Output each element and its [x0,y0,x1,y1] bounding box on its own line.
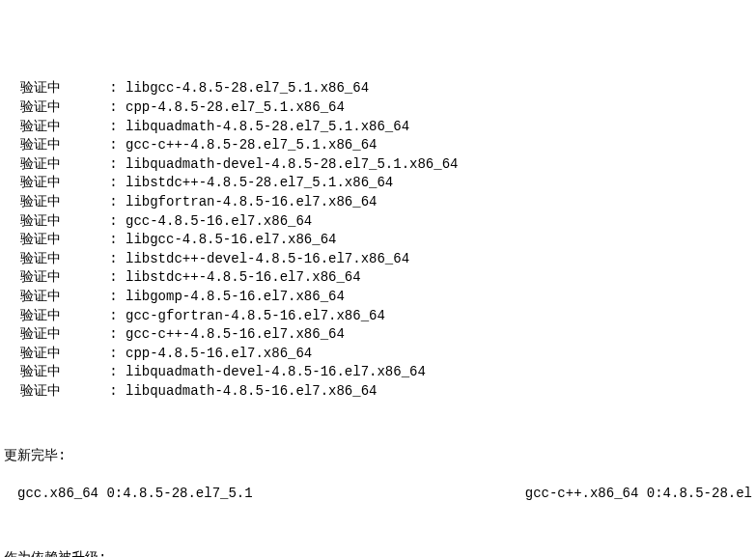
updated-row: gcc.x86_64 0:4.8.5-28.el7_5.1 gcc-c++.x8… [4,485,752,504]
verif-line: 验证中 : libgomp-4.8.5-16.el7.x86_64 [4,288,752,307]
verification-list: 验证中 : libgcc-4.8.5-28.el7_5.1.x86_64 验证中… [4,79,752,401]
verif-line: 验证中 : cpp-4.8.5-16.el7.x86_64 [4,345,752,364]
verif-line: 验证中 : libgcc-4.8.5-28.el7_5.1.x86_64 [4,79,752,98]
verif-line: 验证中 : libgfortran-4.8.5-16.el7.x86_64 [4,193,752,212]
updated-right: gcc-c++.x86_64 0:4.8.5-28.el [525,485,752,504]
verif-line: 验证中 : libquadmath-4.8.5-16.el7.x86_64 [4,382,752,402]
verif-line: 验证中 : libgcc-4.8.5-16.el7.x86_64 [4,231,752,250]
updated-left: gcc.x86_64 0:4.8.5-28.el7_5.1 [4,485,253,504]
verif-line: 验证中 : cpp-4.8.5-28.el7_5.1.x86_64 [4,98,752,118]
verif-line: 验证中 : gcc-gfortran-4.8.5-16.el7.x86_64 [4,307,752,326]
verif-line: 验证中 : gcc-c++-4.8.5-28.el7_5.1.x86_64 [4,136,752,155]
verif-line: 验证中 : libstdc++-4.8.5-16.el7.x86_64 [4,268,752,288]
verif-line: 验证中 : libquadmath-4.8.5-28.el7_5.1.x86_6… [4,118,752,137]
verif-line: 验证中 : gcc-c++-4.8.5-16.el7.x86_64 [4,325,752,345]
verif-line: 验证中 : libquadmath-devel-4.8.5-16.el7.x86… [4,363,752,382]
updated-header: 更新完毕: [4,447,752,466]
verif-line: 验证中 : libstdc++-4.8.5-28.el7_5.1.x86_64 [4,174,752,193]
verif-line: 验证中 : gcc-4.8.5-16.el7.x86_64 [4,212,752,232]
deps-header: 作为依赖被升级: [4,549,752,557]
verif-line: 验证中 : libstdc++-devel-4.8.5-16.el7.x86_6… [4,250,752,269]
verif-line: 验证中 : libquadmath-devel-4.8.5-28.el7_5.1… [4,155,752,175]
